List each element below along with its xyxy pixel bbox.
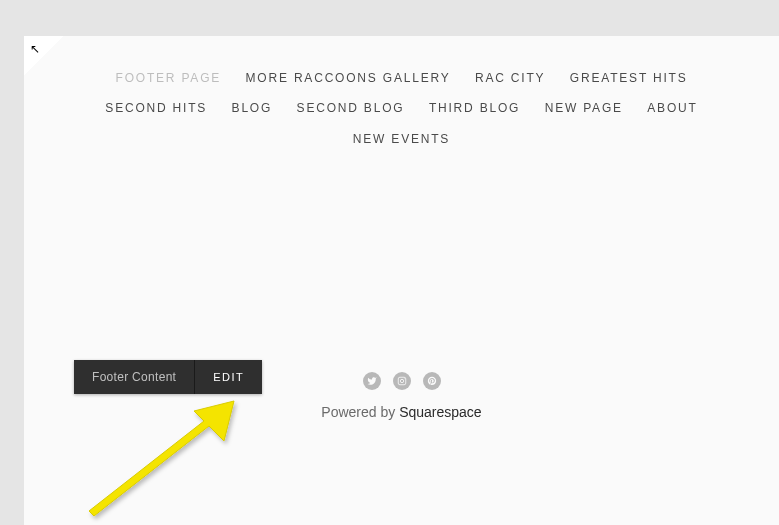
svg-rect-1 <box>398 377 406 385</box>
instagram-icon[interactable] <box>393 372 411 390</box>
svg-point-2 <box>400 379 403 382</box>
edit-widget-label: Footer Content <box>74 360 194 394</box>
nav-about[interactable]: ABOUT <box>647 97 697 120</box>
nav-rac-city[interactable]: RAC CITY <box>475 67 545 90</box>
nav-second-blog[interactable]: SECOND BLOG <box>297 97 405 120</box>
nav-footer-page[interactable]: FOOTER PAGE <box>116 67 222 90</box>
footer-edit-widget: Footer Content EDIT <box>74 360 262 394</box>
powered-brand-link[interactable]: Squarespace <box>399 404 482 420</box>
twitter-icon[interactable] <box>363 372 381 390</box>
nav-third-blog[interactable]: THIRD BLOG <box>429 97 520 120</box>
pinterest-icon[interactable] <box>423 372 441 390</box>
powered-prefix: Powered by <box>321 404 399 420</box>
site-nav: FOOTER PAGE MORE RACCOONS GALLERY RAC CI… <box>24 36 779 153</box>
page-preview: ↖ FOOTER PAGE MORE RACCOONS GALLERY RAC … <box>24 36 779 525</box>
arrow-nw-icon: ↖ <box>30 42 40 56</box>
powered-by-text: Powered by Squarespace <box>24 404 779 420</box>
nav-more-raccoons[interactable]: MORE RACCOONS GALLERY <box>246 67 451 90</box>
nav-second-hits[interactable]: SECOND HITS <box>105 97 207 120</box>
nav-new-events[interactable]: NEW EVENTS <box>353 128 450 151</box>
nav-blog[interactable]: BLOG <box>232 97 273 120</box>
nav-greatest-hits[interactable]: GREATEST HITS <box>570 67 688 90</box>
nav-new-page[interactable]: NEW PAGE <box>545 97 623 120</box>
edit-button[interactable]: EDIT <box>194 360 262 394</box>
svg-point-3 <box>403 378 404 379</box>
collapse-corner[interactable]: ↖ <box>24 36 64 76</box>
